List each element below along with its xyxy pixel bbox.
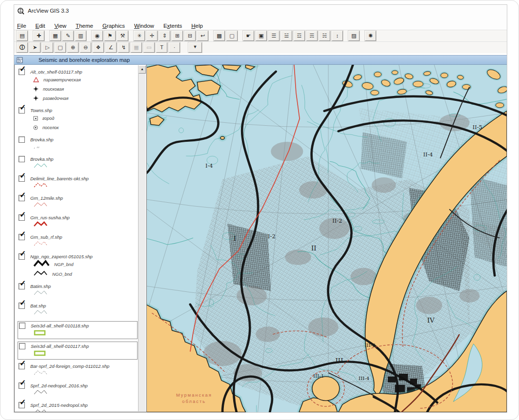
legend-panel[interactable]: ▲ ✓Alt_otv_shelf-010117.shpпараметрическ…	[14, 65, 147, 412]
menu-item-help[interactable]: Help	[191, 23, 203, 29]
legend-item[interactable]: ✓Ngp_ngo_zaperct-051015.shpNGP_bndNGO_bn…	[18, 252, 146, 280]
legend-checkbox[interactable]: ✓	[19, 214, 25, 221]
chart-tool-button[interactable]: ▨	[348, 31, 359, 41]
legend-item[interactable]: Brovka.shp	[18, 155, 146, 172]
legend-checkbox[interactable]: ✓	[19, 195, 25, 201]
zoom-to-active-theme-button[interactable]: ✛	[146, 31, 158, 41]
legend-checkbox[interactable]: ✓	[19, 69, 25, 75]
legend-theme-name: Delimit_line_barents-okt.shp	[30, 176, 89, 181]
map-svg: II-2I-4IIII-2II-4II-5IIIIII-1III-2III-4I…	[147, 65, 507, 412]
view-window-titlebar[interactable]: Seismic and borehole exploration map	[14, 55, 507, 65]
pan-tool-button[interactable]: ❖	[93, 42, 104, 53]
menu-item-theme[interactable]: Theme	[76, 23, 93, 29]
draw-rect-tool-button[interactable]: ▭	[143, 42, 155, 53]
pointer-tool-button[interactable]: ➤	[29, 42, 40, 53]
legend-item[interactable]: Seis3d-all_shelf-010117.shp	[18, 342, 138, 360]
hotlink-tool-button[interactable]: ↯	[118, 42, 129, 53]
legend-checkbox[interactable]: ✓	[19, 402, 25, 408]
table-tool-2-button[interactable]: ☱	[281, 31, 292, 41]
check-mark-icon: ✓	[20, 299, 26, 307]
legend-checkbox[interactable]: ✓	[19, 363, 25, 369]
find-button[interactable]: ◉	[92, 31, 103, 41]
draw-point-tool-button[interactable]: ·	[169, 42, 180, 53]
legend-symbol-zigzag-icon	[33, 270, 48, 279]
legend-checkbox[interactable]: ✓	[19, 107, 25, 114]
select-poly-tool-button[interactable]: ▦	[131, 42, 142, 53]
vertex-edit-tool-button[interactable]: ▷	[42, 42, 53, 53]
legend-checkbox[interactable]: ✓	[19, 283, 25, 289]
select-box-tool-button[interactable]: ▢	[55, 42, 66, 53]
legend-checkbox[interactable]	[19, 323, 25, 329]
scroll-up-button[interactable]: ▲	[139, 65, 146, 74]
legend-checkbox[interactable]	[19, 156, 25, 162]
clear-selection-button[interactable]: ▢	[226, 31, 238, 41]
legend-item[interactable]: ✓Bat.shp	[18, 302, 146, 319]
legend-scrollbar[interactable]: ▲	[138, 65, 146, 411]
edit-legend-button[interactable]: ✎	[62, 31, 74, 41]
legend-item[interactable]: ✓Delimit_line_barents-okt.shp	[18, 174, 146, 191]
legend-checkbox[interactable]: ✓	[19, 382, 25, 389]
legend-item[interactable]: ✓Sprf_2d_2015-nedropol.shp	[18, 401, 146, 412]
zoom-to-selected-button[interactable]: ⇕	[159, 31, 170, 41]
legend-symbol-row	[19, 309, 144, 318]
menu-item-view[interactable]: View	[54, 23, 66, 29]
text-tool-button[interactable]: T	[156, 42, 167, 53]
legend-item[interactable]: ✓Grn_rus-susha.shp	[18, 213, 146, 230]
select-features-button[interactable]: ▩	[214, 31, 225, 41]
legend-item[interactable]: Brovka.shp	[18, 135, 146, 153]
save-project-button[interactable]: ▤	[17, 31, 28, 41]
identify-tool-button[interactable]: ⓘ	[17, 42, 28, 53]
table-tool-5-button[interactable]: ☵	[319, 31, 330, 41]
locate-address-button[interactable]: ⚑	[104, 31, 116, 41]
open-theme-table-button[interactable]: ▥	[75, 31, 86, 41]
legend-item[interactable]: ✓Towns.shpгородпоселок	[18, 106, 146, 133]
menu-item-extents[interactable]: Extents	[163, 23, 182, 29]
zoom-in-tool-button[interactable]: ⊕	[67, 42, 79, 53]
query-builder-button[interactable]: ⚒	[117, 31, 128, 41]
legend-checkbox[interactable]: ✓	[19, 175, 25, 182]
table-tool-1-button[interactable]: ☰	[268, 31, 279, 41]
legend-checkbox[interactable]: ✓	[19, 253, 25, 260]
zoom-previous-button[interactable]: ↩	[197, 31, 208, 41]
legend-item[interactable]: ✓Grn_sub_rf.shp	[18, 233, 146, 250]
legend-item[interactable]: ✓Alt_otv_shelf-010117.shpпараметрическая…	[18, 68, 146, 104]
legend-checkbox[interactable]	[19, 136, 25, 143]
zoom-out-fixed-button[interactable]: ⊟	[184, 31, 196, 41]
view-content: ▲ ✓Alt_otv_shelf-010117.shpпараметрическ…	[14, 65, 507, 412]
menu-item-edit[interactable]: Edit	[36, 23, 45, 29]
zoom-in-fixed-button[interactable]: ⊞	[172, 31, 183, 41]
resize-tool-button[interactable]: ↕	[332, 31, 343, 41]
legend-symbol-row	[19, 201, 144, 210]
legend-item[interactable]: ✓Bar-sprf_2d-foreign_comp-011012.shp	[18, 362, 146, 379]
legend-checkbox[interactable]: ✓	[19, 234, 25, 240]
legend-symbol-row: NGO_bnd	[19, 269, 144, 279]
zoom-to-full-extent-button[interactable]: ✳	[134, 31, 145, 41]
menu-item-window[interactable]: Window	[134, 23, 154, 29]
legend-item[interactable]: ✓Grn_12mile.shp	[18, 194, 146, 211]
measure-tool-button[interactable]: ∠	[105, 42, 117, 53]
legend-item[interactable]: ✓Batim.shp	[18, 282, 146, 299]
table-tool-4-button[interactable]: ☴	[306, 31, 318, 41]
legend-checkbox[interactable]	[19, 343, 25, 349]
legend-theme-name: Ngp_ngo_zaperct-051015.shp	[30, 254, 93, 259]
legend-checkbox[interactable]: ✓	[19, 303, 25, 309]
theme-properties-button[interactable]: ▦	[50, 31, 61, 41]
table-tool-3-button[interactable]: ☲	[294, 31, 305, 41]
legend-item[interactable]: Seis3d-all_shelf-010118.shp	[18, 321, 138, 339]
legend-item-header: Brovka.shp	[19, 136, 144, 143]
menu-item-file[interactable]: File	[17, 23, 26, 29]
map-canvas[interactable]: II-2I-4IIII-2II-4II-5IIIIII-1III-2III-4I…	[147, 65, 507, 412]
app-titlebar[interactable]: ArcView GIS 3.3	[14, 5, 507, 17]
arcview-window: ArcView GIS 3.3 FileEditViewThemeGraphic…	[14, 4, 507, 413]
settings-tool-button[interactable]: ✺	[365, 31, 376, 41]
layout-frame-button[interactable]: ▣	[256, 31, 267, 41]
legend-theme-name: Towns.shp	[30, 108, 52, 113]
legend-symbol-zigzag-icon	[33, 221, 48, 229]
legend-item[interactable]: ✓Sprf_2d-nedropol_2016.shp	[18, 382, 146, 399]
menu-item-graphics[interactable]: Graphics	[102, 23, 125, 29]
add-theme-button[interactable]: ✚	[33, 31, 44, 41]
help-pointer-button[interactable]: ☛	[243, 31, 254, 41]
symbol-dropdown-button[interactable]: ▼	[188, 42, 202, 53]
zoom-out-tool-button[interactable]: ⊖	[80, 42, 91, 53]
region-label: I-2	[268, 233, 276, 240]
